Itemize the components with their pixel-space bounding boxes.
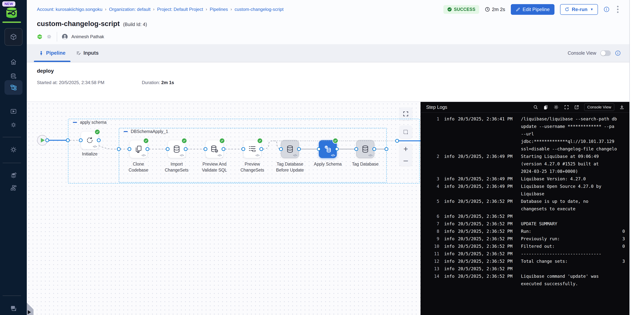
group-label-text: apply schema xyxy=(80,120,106,125)
log-line-number: 12 xyxy=(424,258,439,265)
log-line-number: 5 xyxy=(424,198,439,212)
pipeline-step-apply-schema[interactable]: </> xyxy=(319,140,337,158)
edit-pipeline-button[interactable]: Edit Pipeline xyxy=(511,4,555,15)
pipeline-step-tag-database[interactable]: </> xyxy=(356,140,374,158)
breadcrumb-separator: › xyxy=(105,7,106,12)
step-label: Preview ChangeSets xyxy=(240,161,264,173)
pencil-icon xyxy=(516,7,520,12)
breadcrumb-link[interactable]: Project: Default Project xyxy=(157,7,203,12)
sidebar-item-org-structure[interactable] xyxy=(4,180,22,195)
log-level: info xyxy=(444,228,458,235)
sidebar-item-settings[interactable] xyxy=(4,118,22,132)
log-timestamp: 20/5/2025, 2:36:52 PM xyxy=(458,198,516,212)
log-row: 1info20/5/2025, 2:36:41 PM/liquibase/liq… xyxy=(424,115,627,153)
log-timestamp: 20/5/2025, 2:36:52 PM xyxy=(458,272,516,288)
stage-name: deploy xyxy=(37,68,630,74)
log-line-number: 2 xyxy=(424,153,439,175)
step-success-check-icon xyxy=(219,138,225,144)
log-row: 6info20/5/2025, 2:36:52 PM xyxy=(424,212,627,220)
pipeline-step-clone-codebase[interactable]: </> xyxy=(130,140,148,158)
sidebar-item-pipelines[interactable] xyxy=(4,80,22,95)
log-lines[interactable]: 1info20/5/2025, 2:36:41 PM/liquibase/liq… xyxy=(420,112,630,315)
top-bar: Account: kurosakiichigo.songoku›Organiza… xyxy=(27,0,630,19)
step-logs-header: Step Logs xyxy=(420,102,630,112)
breadcrumb-separator: › xyxy=(153,7,154,12)
tab-pipeline[interactable]: Pipeline xyxy=(34,44,71,62)
log-message: UPDATE SUMMARY xyxy=(516,220,627,228)
log-line-number: 8 xyxy=(424,228,439,235)
log-message-value: 0 xyxy=(622,242,627,250)
tab-bar: Pipeline Inputs Console View xyxy=(27,44,630,62)
step-yaml-icon: </> xyxy=(255,154,260,157)
success-check-icon xyxy=(447,7,452,12)
info-icon[interactable] xyxy=(604,6,610,12)
log-message: Starting Liquibase at 09:06:49 (version … xyxy=(516,153,627,175)
collapse-group-icon[interactable] xyxy=(124,131,128,132)
log-row: 2info20/5/2025, 2:36:49 PMStarting Liqui… xyxy=(424,153,627,175)
sidebar-item-project-settings[interactable] xyxy=(4,142,22,157)
log-console-view-button[interactable]: Console View xyxy=(584,104,614,111)
step-yaml-icon: </> xyxy=(331,154,335,157)
rerun-caret-icon[interactable]: ▼ xyxy=(590,8,594,12)
pipeline-step-import-changesets[interactable]: </> xyxy=(168,140,186,158)
gear-icon[interactable] xyxy=(46,34,52,40)
pipeline-step-preview-changesets[interactable]: </> xyxy=(243,140,261,158)
log-row: 5info20/5/2025, 2:36:52 PMDatabase is up… xyxy=(424,198,627,212)
log-message: Previously run:3 xyxy=(516,235,627,242)
harness-db-devops-logo[interactable] xyxy=(5,7,18,18)
group-label: DBSchemaApply_1 xyxy=(124,129,168,134)
log-search-icon[interactable] xyxy=(533,105,538,110)
breadcrumb-link[interactable]: Pipelines xyxy=(210,7,228,12)
log-message: Liquibase command 'update' was executed … xyxy=(516,272,627,288)
more-options-kebab[interactable] xyxy=(615,5,620,14)
log-level: info xyxy=(444,235,458,242)
log-line-number: 9 xyxy=(424,235,439,242)
console-view-toggle[interactable] xyxy=(600,50,611,56)
log-settings-gear-icon[interactable] xyxy=(553,104,559,110)
breadcrumb-link[interactable]: Account: kurosakiichigo.songoku xyxy=(37,7,102,12)
pipeline-step-initialize[interactable]: </> xyxy=(81,131,99,149)
elapsed-text: 2m 2s xyxy=(492,6,505,12)
rerun-icon xyxy=(564,7,570,12)
pipeline-canvas[interactable]: apply schemaDBSchemaApply_1</>Initialize… xyxy=(27,102,420,315)
stage-summary: deploy Started at: 20/5/2025, 2:34:58 PM… xyxy=(27,62,630,102)
log-timestamp: 20/5/2025, 2:36:52 PM xyxy=(458,250,516,258)
breadcrumb-link[interactable]: Organization: default xyxy=(109,7,150,12)
tab-inputs[interactable]: Inputs xyxy=(71,44,104,62)
log-row: 7info20/5/2025, 2:36:52 PMUPDATE SUMMARY xyxy=(424,220,627,228)
log-download-icon[interactable] xyxy=(619,104,624,110)
log-level: info xyxy=(444,272,458,288)
log-copy-icon[interactable] xyxy=(543,105,548,110)
left-nav-sidebar: NEW xyxy=(0,0,27,315)
pipeline-step-preview-and-validate-sql[interactable]: </> xyxy=(206,140,224,158)
page-scrollbar-gutter[interactable] xyxy=(630,0,644,315)
pipeline-tab-icon xyxy=(39,51,44,56)
step-success-check-icon xyxy=(94,129,100,135)
sidebar-item-home[interactable] xyxy=(4,55,22,69)
log-message: Filtered out:0 xyxy=(516,242,627,250)
svg-text:?: ? xyxy=(12,306,14,309)
breadcrumb-link[interactable]: custom-changelog-script xyxy=(234,7,284,12)
sidebar-item-module-cube[interactable] xyxy=(4,28,22,46)
breadcrumb: Account: kurosakiichigo.songoku›Organiza… xyxy=(37,7,284,12)
log-timestamp: 20/5/2025, 2:36:52 PM xyxy=(458,220,516,228)
sidebar-item-executions[interactable] xyxy=(4,104,22,119)
step-logs-title: Step Logs xyxy=(426,104,447,110)
clock-icon xyxy=(485,7,490,12)
log-timestamp: 20/5/2025, 2:36:52 PM xyxy=(458,265,516,272)
step-label: Apply Schema xyxy=(314,161,342,167)
console-view-label: Console View xyxy=(568,50,596,56)
log-row: 3info20/5/2025, 2:36:49 PMLiquibase Vers… xyxy=(424,175,627,182)
collapse-group-icon[interactable] xyxy=(73,122,77,123)
execution-actions: SUCCESS 2m 2s Edit Pipeline Re-run xyxy=(444,4,620,15)
rerun-button[interactable]: Re-run ▼ xyxy=(560,4,598,15)
pipeline-step-tag-database-before-update[interactable]: </> xyxy=(281,140,299,158)
info-icon[interactable] xyxy=(615,50,621,56)
drawer-expand-icon[interactable] xyxy=(28,310,31,314)
log-fullscreen-icon[interactable] xyxy=(564,105,569,110)
log-line-number: 14 xyxy=(424,272,439,288)
log-open-external-icon[interactable] xyxy=(574,105,579,110)
log-level: info xyxy=(444,153,458,175)
help-chat-button[interactable]: ? xyxy=(4,301,22,315)
status-badge: SUCCESS xyxy=(444,5,479,14)
